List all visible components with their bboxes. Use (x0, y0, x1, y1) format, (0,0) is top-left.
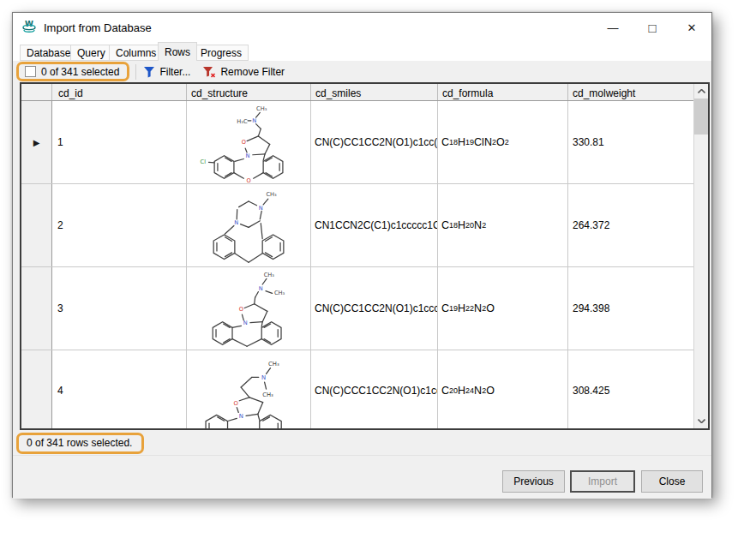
column-header-cd-molweight[interactable]: cd_molweight (568, 84, 697, 100)
cell-cd-structure: CH₃ N CH₃ O N (187, 267, 311, 350)
cell-cd-id: 1 (52, 101, 187, 183)
svg-text:N: N (258, 204, 262, 211)
previous-button[interactable]: Previous (502, 470, 565, 493)
tab-rows[interactable]: Rows (158, 42, 197, 61)
footer-panel: Previous Import Close (13, 455, 711, 499)
tab-columns[interactable]: Columns (109, 45, 163, 61)
column-header-cd-structure[interactable]: cd_structure (187, 84, 311, 100)
title-bar: W Import from Database — □ ✕ (13, 13, 711, 42)
table-row[interactable]: 4 CH₃ N CH₃ O N (21, 350, 693, 430)
remove-filter-icon (202, 66, 216, 78)
grid-header-row: cd_id cd_structure cd_smiles cd_formula … (21, 84, 693, 101)
filter-funnel-icon (143, 66, 155, 78)
current-row-indicator: ▶ (33, 138, 40, 147)
column-header-cd-smiles[interactable]: cd_smiles (311, 84, 438, 100)
close-window-button[interactable]: ✕ (672, 13, 711, 42)
molecule-structure-3: CH₃ N CH₃ O N (188, 268, 310, 350)
table-row[interactable]: 2 CH₃ N N (21, 184, 693, 267)
tab-progress[interactable]: Progress (194, 45, 249, 61)
scrollbar-thumb[interactable] (694, 99, 709, 135)
molecule-structure-4: CH₃ N CH₃ O N (188, 350, 310, 430)
cell-cd-formula: C18H20N2 (438, 184, 568, 266)
svg-text:O: O (238, 306, 243, 313)
column-header-cd-formula[interactable]: cd_formula (438, 84, 568, 100)
svg-text:CH₃: CH₃ (256, 105, 267, 112)
import-from-database-dialog: W Import from Database — □ ✕ Database Qu… (12, 12, 712, 498)
cell-cd-smiles: CN(C)CCC1CC2N(O1)c1cc... (311, 350, 438, 430)
svg-text:O: O (233, 400, 237, 407)
cell-cd-id: 4 (52, 350, 187, 430)
svg-text:W: W (25, 21, 33, 28)
selection-count-label: 0 of 341 selected (41, 66, 119, 78)
svg-text:N: N (261, 374, 266, 381)
scroll-up-button[interactable] (694, 84, 709, 99)
cell-cd-structure: CH₃ N CH₃ O N (187, 350, 311, 430)
svg-text:O: O (241, 139, 245, 146)
import-button[interactable]: Import (570, 470, 635, 493)
cell-cd-id: 3 (52, 267, 187, 350)
results-grid: cd_id cd_structure cd_smiles cd_formula … (20, 82, 710, 430)
cell-cd-molweight: 294.398 (568, 267, 697, 350)
window-title: Import from Database (44, 21, 152, 34)
chevron-down-icon (698, 419, 705, 423)
svg-text:H₃C: H₃C (237, 117, 248, 124)
svg-text:O: O (246, 177, 250, 183)
tab-strip: Database Query Columns Rows Progress (13, 42, 711, 61)
app-icon: W (21, 21, 37, 34)
remove-filter-label: Remove Filter (220, 66, 285, 78)
status-bar: 0 of 341 rows selected. (13, 432, 711, 454)
svg-text:N: N (234, 218, 238, 225)
filter-button-label: Filter... (159, 66, 190, 78)
svg-text:N: N (252, 117, 256, 123)
svg-text:CH₃: CH₃ (273, 290, 285, 296)
filter-button[interactable]: Filter... (143, 66, 190, 78)
svg-text:CH₃: CH₃ (268, 361, 279, 368)
cell-cd-structure: CH₃ N N (187, 184, 311, 266)
vertical-scrollbar[interactable] (693, 84, 708, 428)
cell-cd-id: 2 (52, 184, 187, 266)
annotation-highlight-selection: 0 of 341 selected (16, 62, 129, 81)
cell-cd-smiles: CN(C)CC1CC2N(O1)c1cccc... (311, 267, 438, 350)
svg-text:N: N (238, 413, 243, 420)
row-selector-header (21, 84, 52, 100)
svg-text:CH₃: CH₃ (263, 271, 274, 278)
molecule-structure-2: CH₃ N N (188, 185, 310, 266)
status-text: 0 of 341 rows selected. (27, 437, 132, 449)
cell-cd-molweight: 264.372 (568, 184, 697, 266)
toolbar-separator (135, 64, 136, 80)
svg-text:Cl: Cl (200, 158, 206, 165)
chevron-up-icon (698, 89, 705, 93)
table-row[interactable]: ▶ 1 CH₃ H₃C N O N O Cl (21, 101, 693, 184)
cell-cd-structure: CH₃ H₃C N O N O Cl (187, 101, 311, 183)
tab-database[interactable]: Database (20, 45, 77, 61)
tab-query[interactable]: Query (70, 45, 112, 61)
cell-cd-formula: C18H19ClN2O2 (438, 101, 568, 183)
cell-cd-formula: C19H22N2O (438, 267, 568, 350)
scroll-down-button[interactable] (694, 414, 709, 428)
table-row[interactable]: 3 CH₃ N CH₃ O N (21, 267, 693, 350)
remove-filter-button[interactable]: Remove Filter (202, 66, 285, 78)
cell-cd-smiles: CN(C)CC1CC2N(O1)c1cc(C... (311, 101, 438, 183)
cell-cd-molweight: 308.425 (568, 350, 693, 430)
minimize-button[interactable]: — (593, 13, 633, 42)
close-button[interactable]: Close (641, 470, 703, 493)
cell-cd-formula: C20H24N2O (438, 350, 568, 430)
maximize-button[interactable]: □ (633, 13, 672, 42)
svg-text:N: N (258, 284, 262, 291)
svg-text:CH₃: CH₃ (266, 191, 277, 198)
annotation-highlight-status: 0 of 341 rows selected. (16, 433, 144, 454)
svg-text:N: N (245, 152, 249, 158)
cell-cd-smiles: CN1CCN2C(C1)c1ccccc1Cc... (311, 184, 438, 266)
select-all-checkbox[interactable] (25, 66, 36, 77)
molecule-structure-1: CH₃ H₃C N O N O Cl (188, 102, 310, 183)
rows-toolbar: 0 of 341 selected Filter... Remove Filte… (13, 61, 711, 82)
cell-cd-molweight: 330.81 (568, 101, 697, 183)
column-header-cd-id[interactable]: cd_id (52, 84, 187, 100)
svg-text:CH₃: CH₃ (262, 392, 273, 398)
